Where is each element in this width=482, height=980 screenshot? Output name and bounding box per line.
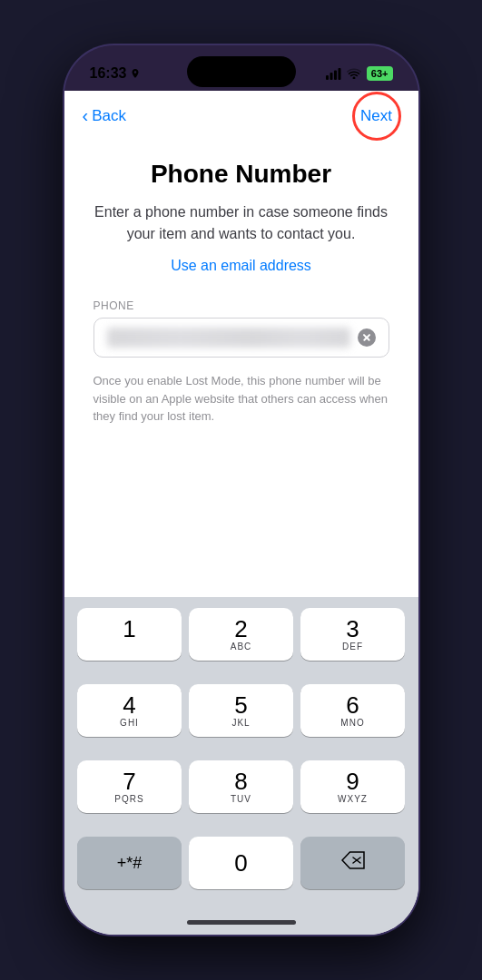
key-8-num: 8 (234, 769, 247, 793)
dynamic-island (187, 56, 296, 87)
status-icons: 63+ (326, 66, 393, 81)
key-9-letters: WXYZ (338, 794, 368, 804)
notice-text: Once you enable Lost Mode, this phone nu… (93, 372, 389, 426)
clear-button[interactable] (358, 328, 376, 347)
key-1-num: 1 (123, 617, 135, 641)
key-6-letters: MNO (340, 718, 364, 728)
svg-rect-0 (326, 75, 329, 80)
backspace-icon (341, 851, 365, 875)
keyboard-row-3: 7 PQRS 8 TUV 9 WXYZ (68, 760, 415, 826)
keyboard: 1 2 ABC 3 DEF 4 GHI 5 (64, 597, 418, 909)
key-4-letters: GHI (120, 718, 139, 728)
key-1[interactable]: 1 (77, 608, 182, 661)
main-content: Phone Number Enter a phone number in cas… (64, 142, 418, 597)
svg-rect-1 (330, 73, 332, 80)
status-time: 16:33 (90, 65, 142, 82)
backspace-svg (341, 851, 365, 869)
time-display: 16:33 (90, 65, 127, 82)
key-symbols[interactable]: +*# (77, 837, 182, 889)
back-button[interactable]: ‹ Back (83, 106, 126, 126)
key-5[interactable]: 5 JKL (189, 684, 293, 737)
key-2-letters: ABC (231, 642, 252, 652)
page-description: Enter a phone number in case someone fin… (93, 201, 389, 245)
phone-value-blurred (107, 328, 350, 348)
key-4[interactable]: 4 GHI (77, 684, 182, 737)
keyboard-row-4: +*# 0 (68, 837, 415, 902)
key-0[interactable]: 0 (189, 837, 293, 889)
key-3-letters: DEF (342, 642, 363, 652)
key-1-letters (128, 642, 132, 652)
key-3-num: 3 (346, 617, 359, 641)
key-7-letters: PQRS (114, 794, 143, 804)
key-5-letters: JKL (231, 718, 250, 728)
key-0-num: 0 (234, 851, 247, 875)
home-indicator (64, 909, 418, 935)
svg-rect-2 (334, 70, 337, 80)
key-4-num: 4 (123, 693, 135, 717)
keyboard-row-2: 4 GHI 5 JKL 6 MNO (68, 684, 415, 750)
field-label: PHONE (93, 299, 389, 312)
key-5-num: 5 (234, 693, 247, 717)
phone-frame: 16:33 63+ ‹ (64, 45, 418, 935)
battery-display: 63+ (367, 66, 393, 81)
home-bar (187, 920, 296, 925)
page-title: Phone Number (151, 160, 331, 189)
key-symbols-label: +*# (117, 854, 143, 873)
screen: ‹ Back Next Phone Number Enter a phone n… (64, 91, 418, 935)
key-9-num: 9 (346, 769, 359, 793)
next-highlight-circle (352, 92, 401, 141)
phone-field-container: PHONE (93, 299, 389, 358)
nav-bar: ‹ Back Next (64, 91, 418, 142)
use-email-link[interactable]: Use an email address (171, 258, 311, 274)
key-3[interactable]: 3 DEF (300, 608, 405, 661)
key-6[interactable]: 6 MNO (300, 684, 405, 737)
location-icon (130, 68, 141, 79)
wifi-icon (347, 68, 361, 79)
key-8-letters: TUV (231, 794, 251, 804)
phone-input-row[interactable] (93, 318, 389, 358)
back-chevron-icon: ‹ (83, 105, 89, 126)
key-backspace[interactable] (300, 837, 405, 889)
key-8[interactable]: 8 TUV (189, 760, 293, 813)
back-label: Back (92, 107, 126, 125)
key-2[interactable]: 2 ABC (189, 608, 293, 661)
signal-icon (326, 68, 341, 80)
svg-rect-3 (338, 68, 340, 80)
key-2-num: 2 (234, 617, 247, 641)
next-button-wrapper: Next (353, 93, 400, 140)
key-7-num: 7 (123, 769, 135, 793)
keyboard-row-1: 1 2 ABC 3 DEF (68, 608, 415, 673)
key-9[interactable]: 9 WXYZ (300, 760, 405, 813)
key-6-num: 6 (346, 693, 359, 717)
key-7[interactable]: 7 PQRS (77, 760, 182, 813)
